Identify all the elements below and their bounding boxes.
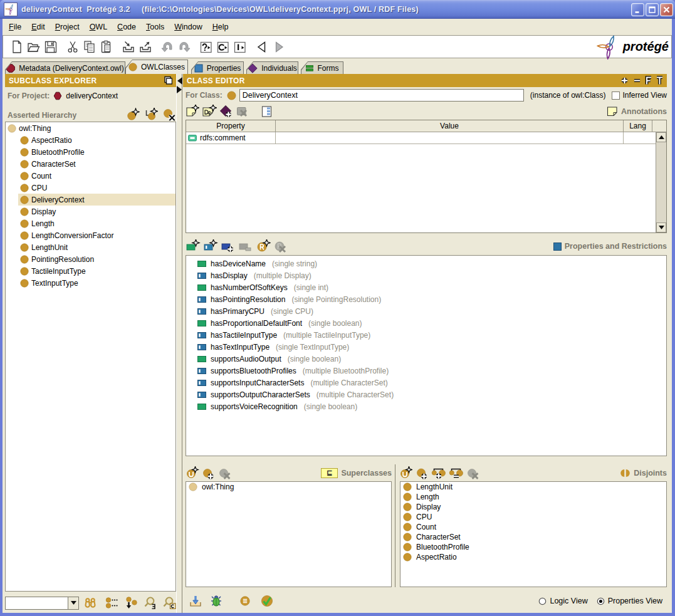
property-item-hasdisplay[interactable]: hasDisplay(multiple Display) <box>186 269 666 281</box>
tab-owlclasses[interactable]: OWLClasses <box>125 60 188 74</box>
delete-class-icon[interactable] <box>162 108 176 122</box>
add-property-icon[interactable] <box>221 239 236 253</box>
list-item-cpu[interactable]: CPU <box>400 512 666 522</box>
property-item-hasdevicename[interactable]: hasDeviceName(single string) <box>186 258 666 269</box>
add-resource-icon[interactable] <box>219 105 233 118</box>
save-project-icon[interactable] <box>42 38 59 55</box>
tree-item-count[interactable]: Count <box>6 170 175 182</box>
property-item-hastextinputtype[interactable]: hasTextInputType(single TextInputType) <box>186 341 666 353</box>
search-existential-icon[interactable] <box>142 597 157 609</box>
class-browser-icon[interactable] <box>214 38 231 55</box>
save-inferred-icon[interactable] <box>189 594 202 608</box>
check-consistency-icon[interactable] <box>259 593 275 608</box>
detach-view-icon[interactable] <box>163 76 172 85</box>
list-item-count[interactable]: Count <box>400 522 666 532</box>
column-header-value[interactable]: Value <box>276 120 624 132</box>
tree-item-length[interactable]: Length <box>6 217 175 229</box>
tab-metadata-deliverycontext-owl[interactable]: Metadata (DeliveryContext.owl) <box>5 61 125 74</box>
class-search-input[interactable] <box>6 597 68 609</box>
column-header-lang[interactable]: Lang <box>624 120 652 132</box>
list-item-aspectratio[interactable]: AspectRatio <box>400 552 666 562</box>
menu-tools[interactable]: Tools <box>141 21 169 33</box>
tree-item-tactileinputtype[interactable]: TactileInputType <box>6 265 175 277</box>
property-item-supportsvoicerecognition[interactable]: supportsVoiceRecognition(single boolean) <box>186 400 666 412</box>
class-search-combo[interactable] <box>5 597 79 610</box>
menu-help[interactable]: Help <box>207 21 234 33</box>
annotations-scrollbar[interactable] <box>656 132 666 232</box>
property-item-supportsoutputcharactersets[interactable]: supportsOutputCharacterSets(multiple Cha… <box>186 389 666 400</box>
annotation-value-cell[interactable] <box>276 132 624 144</box>
property-item-hasproportionaldefaultfont[interactable]: hasProportionalDefaultFont(single boolea… <box>186 317 666 329</box>
scroll-up-icon[interactable] <box>656 132 666 142</box>
maximize-button[interactable] <box>646 3 659 16</box>
create-object-property-icon[interactable] <box>203 239 218 253</box>
toggle-form-icon[interactable] <box>261 105 273 118</box>
create-restriction-icon[interactable] <box>256 239 271 253</box>
find-binoculars-icon[interactable] <box>83 597 97 609</box>
open-project-icon[interactable] <box>25 38 42 55</box>
new-project-icon[interactable] <box>8 38 25 55</box>
property-item-haspointingresolution[interactable]: hasPointingResolution(single PointingRes… <box>186 293 666 305</box>
panel-splitter[interactable] <box>176 74 182 613</box>
remove-all-siblings-icon[interactable] <box>449 466 464 480</box>
list-item-length[interactable]: Length <box>400 492 666 502</box>
debug-ontology-icon[interactable] <box>209 594 223 608</box>
archive-project-icon[interactable] <box>120 38 137 55</box>
list-item-owl-thing[interactable]: owl:Thing <box>186 482 391 492</box>
radio-logic-view[interactable]: Logic View <box>538 597 587 605</box>
collapse-right-icon[interactable] <box>177 86 182 93</box>
list-item-lengthunit[interactable]: LengthUnit <box>400 482 666 492</box>
tree-item-aspectratio[interactable]: AspectRatio <box>6 134 175 146</box>
copy-icon[interactable] <box>81 38 98 55</box>
radio-unselected-icon[interactable] <box>538 597 547 605</box>
add-named-class-icon[interactable] <box>186 466 199 480</box>
menu-code[interactable]: Code <box>112 21 141 33</box>
menu-file[interactable]: File <box>4 21 26 33</box>
annotation-row[interactable]: rdfs:comment <box>186 132 666 144</box>
display-relations-icon[interactable] <box>105 597 119 609</box>
menu-window[interactable]: Window <box>169 21 207 33</box>
create-dc-annotation-icon[interactable] <box>202 105 217 118</box>
query-tab-icon[interactable] <box>197 38 214 55</box>
export-project-icon[interactable] <box>137 38 154 55</box>
combo-dropdown-button[interactable] <box>68 597 78 609</box>
tree-item-pointingresolution[interactable]: PointingResolution <box>6 253 175 265</box>
list-item-bluetoothprofile[interactable]: BluetoothProfile <box>400 542 666 552</box>
list-item-characterset[interactable]: CharacterSet <box>400 532 666 542</box>
add-superclass-icon[interactable] <box>202 466 216 480</box>
property-item-supportsinputcharactersets[interactable]: supportsInputCharacterSets(multiple Char… <box>186 377 666 389</box>
collapse-left-icon[interactable] <box>177 77 182 85</box>
property-item-hastactileinputtype[interactable]: hasTactileInputType(multiple TactileInpu… <box>186 329 666 341</box>
scroll-down-icon[interactable] <box>656 222 666 232</box>
tab-forms[interactable]: Forms <box>301 61 343 74</box>
inferred-view-checkbox[interactable] <box>612 91 620 100</box>
property-item-hasnumberofsoftkeys[interactable]: hasNumberOfSoftKeys(single int) <box>186 281 666 293</box>
menu-project[interactable]: Project <box>50 21 85 33</box>
paste-icon[interactable] <box>98 38 115 55</box>
create-subclass-icon[interactable] <box>144 108 158 122</box>
annotation-lang-cell[interactable] <box>624 132 652 144</box>
property-item-supportsaudiooutput[interactable]: supportsAudioOutput(single boolean) <box>186 353 666 365</box>
add-all-siblings-icon[interactable] <box>431 466 446 480</box>
tab-individuals[interactable]: Individuals <box>246 61 298 74</box>
add-disjoint-icon[interactable] <box>415 466 429 480</box>
cut-icon[interactable] <box>64 38 81 55</box>
instance-browser-icon[interactable] <box>231 38 248 55</box>
navigate-back-icon[interactable] <box>253 38 270 55</box>
tree-item-textinputtype[interactable]: TextInputType <box>6 277 175 289</box>
header-plus-icon[interactable] <box>620 76 629 85</box>
tree-item-characterset[interactable]: CharacterSet <box>6 158 175 170</box>
search-class-icon[interactable] <box>161 597 176 609</box>
tree-item-lengthconversionfactor[interactable]: LengthConversionFactor <box>6 229 175 241</box>
menu-edit[interactable]: Edit <box>26 21 50 33</box>
radio-selected-icon[interactable] <box>597 597 605 605</box>
property-item-hasprimarycpu[interactable]: hasPrimaryCPU(single CPU) <box>186 305 666 317</box>
tab-properties[interactable]: Properties <box>191 61 244 74</box>
list-item-display[interactable]: Display <box>400 502 666 512</box>
menu-owl[interactable]: OWL <box>85 21 112 33</box>
header-letter-f-icon[interactable] <box>645 76 652 85</box>
add-named-disjoint-icon[interactable] <box>400 466 412 480</box>
header-letter-t-icon[interactable] <box>656 76 663 85</box>
create-class-icon[interactable] <box>126 108 140 122</box>
create-annotation-icon[interactable] <box>186 105 199 118</box>
